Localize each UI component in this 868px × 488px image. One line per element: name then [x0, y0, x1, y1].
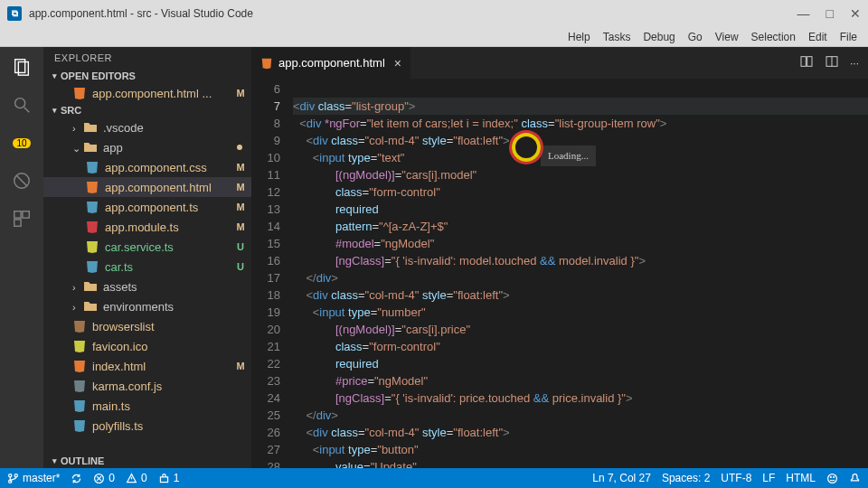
scm-icon[interactable]: 10	[11, 132, 33, 154]
file-item[interactable]: car.service.tsU	[43, 237, 251, 257]
file-item[interactable]: app.component.tsM	[43, 197, 251, 217]
search-icon[interactable]	[11, 94, 33, 116]
svg-point-23	[834, 476, 835, 477]
svg-rect-9	[801, 57, 806, 67]
tab-app-component-html[interactable]: app.component.html ×	[251, 47, 411, 79]
file-item[interactable]: car.tsU	[43, 257, 251, 277]
branch-indicator[interactable]: master*	[7, 472, 60, 484]
html-file-icon	[260, 57, 273, 70]
line-gutter: 6789101112131415161718192021222324252627…	[251, 79, 293, 468]
menu-view[interactable]: View	[715, 31, 739, 43]
extensions-icon[interactable]	[11, 208, 33, 230]
language-indicator[interactable]: HTML	[786, 472, 816, 484]
code-content[interactable]: <div class="list-group"> <div *ngFor="le…	[293, 79, 868, 468]
file-item[interactable]: app.component.htmlM	[43, 177, 251, 197]
file-item[interactable]: favicon.ico	[43, 336, 251, 356]
menu-file[interactable]: File	[840, 31, 857, 43]
svg-point-2	[15, 99, 25, 108]
folder-item[interactable]: .vscode	[43, 117, 251, 137]
svg-line-5	[17, 176, 27, 186]
statusbar: master* 0 0 1 Ln 7, Col 27 Spaces: 2 UTF…	[0, 468, 868, 488]
outline-section[interactable]: OUTLINE	[43, 454, 251, 468]
more-icon[interactable]: ···	[850, 57, 859, 70]
svg-rect-7	[23, 211, 29, 218]
encoding-indicator[interactable]: UTF-8	[721, 472, 751, 484]
minimize-button[interactable]: —	[797, 7, 810, 20]
file-item[interactable]: app.component.cssM	[43, 157, 251, 177]
src-section[interactable]: SRC	[43, 103, 251, 117]
scm-badge: 10	[13, 138, 30, 148]
sync-indicator[interactable]	[71, 473, 82, 484]
file-item[interactable]: app.module.tsM	[43, 217, 251, 237]
ln-col-indicator[interactable]: Ln 7, Col 27	[592, 472, 651, 484]
file-item[interactable]: karma.conf.js	[43, 376, 251, 396]
editor[interactable]: 6789101112131415161718192021222324252627…	[251, 79, 868, 468]
menu-edit[interactable]: Edit	[808, 31, 827, 43]
close-icon[interactable]: ×	[394, 56, 401, 70]
eol-indicator[interactable]: LF	[762, 472, 775, 484]
vscode-icon: ⧉	[7, 6, 22, 21]
activity-bar: 10	[0, 47, 43, 468]
cursor-highlight	[512, 133, 541, 162]
debug-icon[interactable]	[11, 170, 33, 192]
status-m: M	[235, 88, 246, 99]
maximize-button[interactable]: □	[826, 7, 834, 20]
tab-bar: app.component.html × ···	[251, 47, 868, 79]
folder-item[interactable]: assets	[43, 277, 251, 296]
svg-point-15	[14, 474, 17, 476]
tab-label: app.component.html	[278, 56, 385, 70]
close-button[interactable]: ✕	[850, 7, 861, 20]
window-title: app.component.html - src - Visual Studio…	[29, 7, 797, 20]
file-label: app.component.html ...	[92, 87, 235, 100]
svg-line-3	[24, 108, 30, 113]
html-file-icon	[72, 86, 87, 100]
open-editor-item[interactable]: app.component.html ... M	[43, 83, 251, 103]
spaces-indicator[interactable]: Spaces: 2	[662, 472, 710, 484]
file-item[interactable]: index.htmlM	[43, 356, 251, 376]
svg-rect-6	[14, 211, 21, 218]
feedback-icon[interactable]	[826, 473, 838, 484]
svg-rect-10	[807, 57, 812, 67]
editor-group: app.component.html × ··· 678910111213141…	[251, 47, 868, 468]
bell-icon[interactable]	[849, 473, 861, 484]
warnings-indicator[interactable]: 0	[126, 472, 147, 484]
launch-indicator[interactable]: 1	[158, 472, 180, 484]
menubar: Help Tasks Debug Go View Selection Edit …	[0, 27, 868, 47]
file-item[interactable]: polyfills.ts	[43, 416, 251, 436]
menu-tasks[interactable]: Tasks	[603, 31, 631, 43]
errors-indicator[interactable]: 0	[93, 472, 115, 484]
sidebar: EXPLORER OPEN EDITORS app.component.html…	[43, 47, 251, 468]
explorer-title: EXPLORER	[43, 47, 251, 69]
menu-selection[interactable]: Selection	[751, 31, 796, 43]
file-item[interactable]: browserslist	[43, 316, 251, 336]
menu-help[interactable]: Help	[568, 31, 590, 43]
file-tree: .vscodeappapp.component.cssMapp.componen…	[43, 117, 251, 436]
svg-point-13	[9, 474, 12, 476]
explorer-icon[interactable]	[11, 56, 33, 78]
titlebar: ⧉ app.component.html - src - Visual Stud…	[0, 0, 868, 27]
split-compare-icon[interactable]	[799, 54, 814, 71]
menu-go[interactable]: Go	[688, 31, 703, 43]
svg-rect-8	[14, 220, 21, 226]
folder-item[interactable]: environments	[43, 296, 251, 316]
open-editors-section[interactable]: OPEN EDITORS	[43, 69, 251, 83]
loading-tooltip: Loading...	[541, 145, 596, 166]
svg-rect-20	[160, 476, 167, 482]
svg-point-22	[830, 476, 831, 477]
svg-point-21	[828, 474, 837, 483]
split-editor-icon[interactable]	[825, 54, 839, 71]
folder-item[interactable]: app	[43, 137, 251, 157]
menu-debug[interactable]: Debug	[643, 31, 675, 43]
file-item[interactable]: main.ts	[43, 396, 251, 416]
